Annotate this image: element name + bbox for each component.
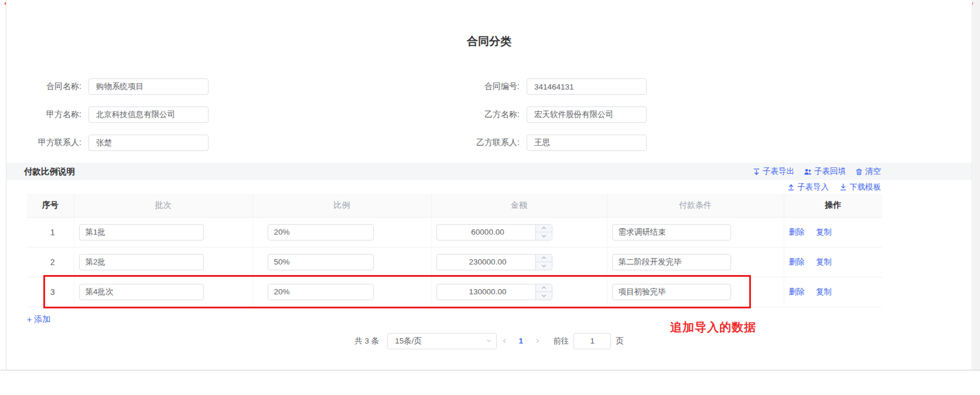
page-size-value: 15条/页 [395,336,422,346]
party-a-contact-input[interactable] [88,135,209,151]
goto-label: 前往 [553,336,569,346]
clear-label: 清空 [865,166,881,177]
table-header-row: 序号 批次 比例 金额 付款条件 操作 [27,194,882,217]
import-label: 子表导入 [797,182,829,193]
copy-row-link[interactable]: 复制 [816,228,832,236]
batch-input[interactable] [79,284,204,300]
subtable-section-bar: 付款比例说明 子表导出 子表回填 清空 [6,163,972,180]
page-bottom-divider [0,370,980,370]
subtable-import-link[interactable]: 子表导入 [787,182,829,193]
total-count-label: 共 3 条 [354,336,379,346]
stepper-up-icon[interactable] [536,255,552,263]
page-unit-label: 页 [616,336,624,346]
chevron-right-icon [535,339,539,343]
upload-icon [787,183,795,191]
stepper-up-icon[interactable] [536,225,552,233]
next-page-button[interactable] [528,333,545,349]
template-label: 下载模板 [849,182,881,193]
stepper-down-icon[interactable] [536,292,552,300]
table-row-highlighted: 3 删除 [27,277,882,307]
party-a-contact-field: 甲方联系人: [12,135,209,151]
form-row: 甲方名称: 乙方名称: [12,107,972,123]
page-right-gutter [973,0,980,370]
subtable-toolbar-secondary: 子表导入 下载模板 [6,180,972,194]
payment-table-wrap: 序号 批次 比例 金额 付款条件 操作 1 [27,194,881,307]
chevron-left-icon [503,339,507,343]
amount-stepper[interactable] [535,225,552,240]
batch-input[interactable] [79,224,204,241]
users-icon [804,168,812,176]
contract-number-field: 合同编号: [450,78,647,95]
party-b-contact-label: 乙方联系人: [450,138,527,148]
current-page-number[interactable]: 1 [513,336,528,345]
stepper-down-icon[interactable] [536,262,552,270]
table-row: 1 删除 [27,217,882,247]
contract-header-form: 合同名称: 合同编号: 甲方名称: 乙方名称: 甲方联系人: [12,78,972,151]
copy-row-link[interactable]: 复制 [816,287,832,296]
amount-stepper[interactable] [535,255,552,270]
col-header-amount: 金额 [431,194,607,217]
ratio-input[interactable] [268,284,374,300]
pagination: 共 3 条 15条/页 1 前往 页 [6,333,972,349]
amount-stepper[interactable] [535,284,552,300]
prev-page-button[interactable] [497,333,513,349]
form-row: 甲方联系人: 乙方联系人: [12,135,972,151]
delete-row-link[interactable]: 删除 [789,228,805,236]
party-a-name-input[interactable] [88,107,209,123]
delete-row-link[interactable]: 删除 [789,257,805,266]
condition-input[interactable] [612,224,731,241]
contract-name-label: 合同名称: [12,81,88,92]
stepper-up-icon[interactable] [536,284,552,293]
amount-field [436,284,552,300]
red-annotation-text: 追加导入的数据 [670,320,756,335]
condition-input[interactable] [612,254,731,270]
page-size-select[interactable]: 15条/页 [387,333,497,349]
row-index: 3 [50,287,55,297]
amount-input[interactable] [436,284,552,300]
party-b-name-label: 乙方名称: [450,109,527,120]
party-b-contact-input[interactable] [527,135,647,151]
copy-row-link[interactable]: 复制 [816,257,832,266]
col-header-index: 序号 [27,194,74,217]
row-index: 2 [50,257,55,267]
row-index: 1 [50,228,55,237]
party-b-name-input[interactable] [527,107,647,123]
add-row-link[interactable]: + 添加 [27,314,50,325]
party-a-name-label: 甲方名称: [12,109,88,120]
download-template-link[interactable]: 下载模板 [839,182,881,193]
add-row-label: 添加 [34,314,50,325]
contract-name-input[interactable] [88,78,209,95]
plus-icon: + [27,315,32,324]
section-title: 付款比例说明 [24,166,75,177]
batch-input[interactable] [79,254,204,270]
amount-input[interactable] [436,224,552,241]
payment-table: 序号 批次 比例 金额 付款条件 操作 1 [27,194,882,307]
ratio-input[interactable] [268,224,374,241]
contract-form-page: 合同分类 合同名称: 合同编号: 甲方名称: 乙方名称: 甲方联 [6,0,972,370]
amount-field [436,254,552,270]
contract-number-label: 合同编号: [450,81,527,92]
party-b-name-field: 乙方名称: [450,107,647,123]
subtable-clear-link[interactable]: 清空 [855,166,881,177]
party-a-name-field: 甲方名称: [12,107,209,123]
contract-name-field: 合同名称: [12,78,209,95]
ratio-input[interactable] [268,254,374,270]
chevron-down-icon [487,338,491,342]
page-title: 合同分类 [6,0,972,49]
amount-input[interactable] [436,254,552,270]
export-icon [753,168,760,176]
party-a-contact-label: 甲方联系人: [12,138,88,148]
trash-icon [855,168,863,176]
backfill-label: 子表回填 [814,166,846,177]
delete-row-link[interactable]: 删除 [789,287,805,296]
contract-number-input[interactable] [527,78,647,95]
amount-field [436,224,552,241]
col-header-actions: 操作 [784,194,882,217]
col-header-ratio: 比例 [252,194,431,217]
subtable-export-link[interactable]: 子表导出 [753,166,794,177]
goto-page-input[interactable] [573,333,611,349]
col-header-condition: 付款条件 [607,194,784,217]
stepper-down-icon[interactable] [536,232,552,240]
subtable-backfill-link[interactable]: 子表回填 [804,166,846,177]
condition-input[interactable] [612,284,731,300]
